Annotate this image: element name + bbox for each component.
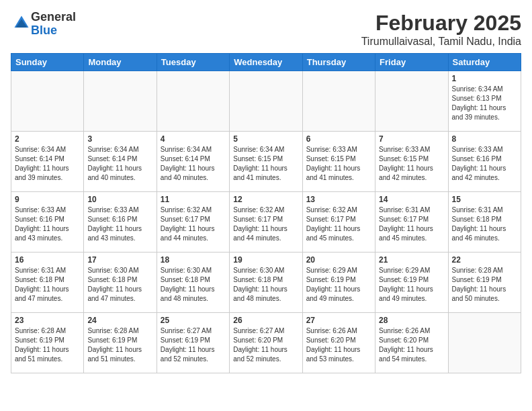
calendar-week-row: 9Sunrise: 6:33 AMSunset: 6:16 PMDaylight…: [11, 192, 521, 253]
calendar-cell: [375, 71, 448, 132]
calendar-cell: 20Sunrise: 6:29 AMSunset: 6:19 PMDayligh…: [302, 253, 375, 313]
calendar-cell: [84, 71, 157, 132]
calendar-week-row: 1Sunrise: 6:34 AMSunset: 6:13 PMDaylight…: [11, 71, 521, 132]
day-number: 21: [379, 255, 444, 265]
day-info: Sunrise: 6:26 AMSunset: 6:20 PMDaylight:…: [379, 326, 444, 364]
calendar-cell: 6Sunrise: 6:33 AMSunset: 6:15 PMDaylight…: [302, 132, 375, 192]
calendar-cell: [230, 71, 302, 132]
day-number: 6: [306, 134, 371, 144]
day-info: Sunrise: 6:34 AMSunset: 6:14 PMDaylight:…: [87, 145, 152, 183]
calendar-cell: 19Sunrise: 6:30 AMSunset: 6:18 PMDayligh…: [230, 253, 302, 313]
calendar-cell: [157, 71, 229, 132]
day-number: 13: [306, 195, 371, 204]
day-info: Sunrise: 6:33 AMSunset: 6:16 PMDaylight:…: [452, 145, 517, 183]
day-number: 8: [452, 134, 517, 144]
day-number: 25: [161, 316, 226, 325]
day-info: Sunrise: 6:28 AMSunset: 6:19 PMDaylight:…: [15, 326, 80, 364]
day-info: Sunrise: 6:33 AMSunset: 6:16 PMDaylight:…: [15, 205, 80, 243]
day-info: Sunrise: 6:34 AMSunset: 6:14 PMDaylight:…: [15, 145, 80, 183]
day-number: 9: [15, 195, 80, 204]
day-info: Sunrise: 6:29 AMSunset: 6:19 PMDaylight:…: [379, 266, 444, 304]
calendar-cell: 25Sunrise: 6:27 AMSunset: 6:19 PMDayligh…: [157, 313, 229, 373]
day-number: 16: [15, 255, 80, 265]
day-number: 22: [452, 255, 517, 265]
day-number: 18: [161, 255, 226, 265]
day-info: Sunrise: 6:32 AMSunset: 6:17 PMDaylight:…: [306, 205, 371, 243]
calendar-week-row: 2Sunrise: 6:34 AMSunset: 6:14 PMDaylight…: [11, 132, 521, 192]
day-number: 17: [87, 255, 152, 265]
day-info: Sunrise: 6:29 AMSunset: 6:19 PMDaylight:…: [306, 266, 371, 304]
calendar-cell: 11Sunrise: 6:32 AMSunset: 6:17 PMDayligh…: [157, 192, 229, 253]
day-number: 12: [233, 195, 298, 204]
day-number: 19: [233, 255, 298, 265]
day-info: Sunrise: 6:27 AMSunset: 6:19 PMDaylight:…: [161, 326, 226, 364]
weekday-header: Saturday: [448, 54, 521, 71]
calendar-cell: 22Sunrise: 6:28 AMSunset: 6:19 PMDayligh…: [448, 253, 521, 313]
calendar-cell: 1Sunrise: 6:34 AMSunset: 6:13 PMDaylight…: [448, 71, 521, 132]
day-number: 23: [15, 316, 80, 325]
calendar-cell: 7Sunrise: 6:33 AMSunset: 6:15 PMDaylight…: [375, 132, 448, 192]
calendar-cell: 13Sunrise: 6:32 AMSunset: 6:17 PMDayligh…: [302, 192, 375, 253]
calendar-cell: 18Sunrise: 6:30 AMSunset: 6:18 PMDayligh…: [157, 253, 229, 313]
day-info: Sunrise: 6:26 AMSunset: 6:20 PMDaylight:…: [306, 326, 371, 364]
day-info: Sunrise: 6:30 AMSunset: 6:18 PMDaylight:…: [161, 266, 226, 304]
calendar-cell: 8Sunrise: 6:33 AMSunset: 6:16 PMDaylight…: [448, 132, 521, 192]
logo-blue: Blue: [31, 24, 57, 37]
calendar-cell: 2Sunrise: 6:34 AMSunset: 6:14 PMDaylight…: [11, 132, 84, 192]
calendar-week-row: 23Sunrise: 6:28 AMSunset: 6:19 PMDayligh…: [11, 313, 521, 373]
day-info: Sunrise: 6:34 AMSunset: 6:13 PMDaylight:…: [452, 85, 517, 122]
day-info: Sunrise: 6:30 AMSunset: 6:18 PMDaylight:…: [87, 266, 152, 304]
logo: General Blue: [11, 11, 76, 38]
day-info: Sunrise: 6:28 AMSunset: 6:19 PMDaylight:…: [452, 266, 517, 304]
logo-text: General Blue: [31, 11, 76, 38]
weekday-header: Friday: [375, 54, 448, 71]
day-info: Sunrise: 6:31 AMSunset: 6:17 PMDaylight:…: [379, 205, 444, 243]
day-info: Sunrise: 6:27 AMSunset: 6:20 PMDaylight:…: [233, 326, 298, 364]
calendar-cell: 26Sunrise: 6:27 AMSunset: 6:20 PMDayligh…: [230, 313, 302, 373]
month-title: February 2025: [361, 11, 521, 36]
calendar-cell: 4Sunrise: 6:34 AMSunset: 6:14 PMDaylight…: [157, 132, 229, 192]
logo-icon: [12, 13, 31, 32]
weekday-header: Tuesday: [157, 54, 229, 71]
calendar-cell: 23Sunrise: 6:28 AMSunset: 6:19 PMDayligh…: [11, 313, 84, 373]
calendar-cell: 28Sunrise: 6:26 AMSunset: 6:20 PMDayligh…: [375, 313, 448, 373]
day-info: Sunrise: 6:33 AMSunset: 6:15 PMDaylight:…: [379, 145, 444, 183]
day-number: 14: [379, 195, 444, 204]
day-info: Sunrise: 6:30 AMSunset: 6:18 PMDaylight:…: [233, 266, 298, 304]
day-info: Sunrise: 6:31 AMSunset: 6:18 PMDaylight:…: [15, 266, 80, 304]
day-number: 11: [161, 195, 226, 204]
day-info: Sunrise: 6:32 AMSunset: 6:17 PMDaylight:…: [161, 205, 226, 243]
day-number: 20: [306, 255, 371, 265]
day-number: 5: [233, 134, 298, 144]
weekday-header: Sunday: [11, 54, 84, 71]
weekday-header: Wednesday: [230, 54, 302, 71]
calendar: SundayMondayTuesdayWednesdayThursdayFrid…: [11, 53, 521, 373]
day-info: Sunrise: 6:34 AMSunset: 6:14 PMDaylight:…: [161, 145, 226, 183]
calendar-cell: 17Sunrise: 6:30 AMSunset: 6:18 PMDayligh…: [84, 253, 157, 313]
calendar-cell: 14Sunrise: 6:31 AMSunset: 6:17 PMDayligh…: [375, 192, 448, 253]
day-number: 28: [379, 316, 444, 325]
weekday-header: Monday: [84, 54, 157, 71]
day-number: 27: [306, 316, 371, 325]
header: General Blue February 2025 Tirumullaivas…: [11, 11, 521, 48]
weekday-header: Thursday: [302, 54, 375, 71]
day-info: Sunrise: 6:33 AMSunset: 6:16 PMDaylight:…: [87, 205, 152, 243]
day-info: Sunrise: 6:31 AMSunset: 6:18 PMDaylight:…: [452, 205, 517, 243]
day-number: 4: [161, 134, 226, 144]
calendar-cell: 24Sunrise: 6:28 AMSunset: 6:19 PMDayligh…: [84, 313, 157, 373]
calendar-cell: 12Sunrise: 6:32 AMSunset: 6:17 PMDayligh…: [230, 192, 302, 253]
day-info: Sunrise: 6:34 AMSunset: 6:15 PMDaylight:…: [233, 145, 298, 183]
day-number: 15: [452, 195, 517, 204]
calendar-cell: [448, 313, 521, 373]
day-info: Sunrise: 6:32 AMSunset: 6:17 PMDaylight:…: [233, 205, 298, 243]
day-number: 3: [87, 134, 152, 144]
location-title: Tirumullaivasal, Tamil Nadu, India: [361, 36, 521, 48]
calendar-cell: 5Sunrise: 6:34 AMSunset: 6:15 PMDaylight…: [230, 132, 302, 192]
calendar-cell: [302, 71, 375, 132]
calendar-cell: 27Sunrise: 6:26 AMSunset: 6:20 PMDayligh…: [302, 313, 375, 373]
calendar-cell: 10Sunrise: 6:33 AMSunset: 6:16 PMDayligh…: [84, 192, 157, 253]
day-info: Sunrise: 6:33 AMSunset: 6:15 PMDaylight:…: [306, 145, 371, 183]
title-area: February 2025 Tirumullaivasal, Tamil Nad…: [361, 11, 521, 48]
day-number: 7: [379, 134, 444, 144]
calendar-week-row: 16Sunrise: 6:31 AMSunset: 6:18 PMDayligh…: [11, 253, 521, 313]
